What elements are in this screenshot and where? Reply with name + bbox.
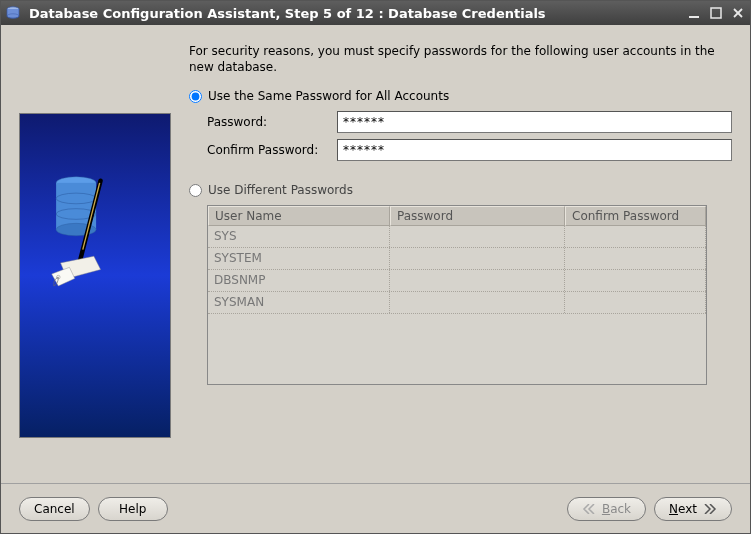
- cancel-button[interactable]: Cancel: [19, 497, 90, 521]
- cell-user: SYSMAN: [208, 292, 390, 313]
- column-confirm-password: Confirm Password: [565, 206, 706, 226]
- content-area: For security reasons, you must specify p…: [1, 25, 750, 483]
- table-row: DBSNMP: [208, 270, 706, 292]
- cell-password[interactable]: [390, 292, 565, 313]
- svg-rect-2: [689, 16, 699, 18]
- help-button[interactable]: Help: [98, 497, 168, 521]
- radio-same-password[interactable]: Use the Same Password for All Accounts: [189, 89, 732, 103]
- same-password-fields: Password: Confirm Password:: [207, 111, 732, 167]
- radio-different-passwords-input[interactable]: [189, 184, 202, 197]
- main-panel: For security reasons, you must specify p…: [189, 43, 732, 475]
- password-label: Password:: [207, 115, 327, 129]
- table-row: SYS: [208, 226, 706, 248]
- table-row: SYSTEM: [208, 248, 706, 270]
- cell-user: DBSNMP: [208, 270, 390, 291]
- minimize-button[interactable]: [686, 5, 702, 21]
- table-row: SYSMAN: [208, 292, 706, 314]
- window-title: Database Configuration Assistant, Step 5…: [29, 6, 686, 21]
- password-input[interactable]: [337, 111, 732, 133]
- back-button-label: Back: [602, 502, 631, 516]
- svg-rect-3: [711, 8, 721, 18]
- cell-confirm-password[interactable]: [565, 270, 706, 291]
- radio-same-password-input[interactable]: [189, 90, 202, 103]
- window-buttons: [686, 5, 746, 21]
- close-button[interactable]: [730, 5, 746, 21]
- radio-different-passwords-label: Use Different Passwords: [208, 183, 353, 197]
- cell-confirm-password[interactable]: [565, 292, 706, 313]
- confirm-password-row: Confirm Password:: [207, 139, 732, 161]
- cell-user: SYS: [208, 226, 390, 247]
- confirm-password-label: Confirm Password:: [207, 143, 327, 157]
- radio-different-passwords[interactable]: Use Different Passwords: [189, 183, 732, 197]
- cell-password[interactable]: [390, 248, 565, 269]
- wizard-banner-image: [19, 113, 171, 438]
- chevron-left-icon: [582, 504, 596, 514]
- next-button-label: Next: [669, 502, 697, 516]
- footer-bar: Cancel Help Back Next: [1, 483, 750, 533]
- intro-text: For security reasons, you must specify p…: [189, 43, 732, 75]
- column-password: Password: [390, 206, 565, 226]
- cell-confirm-password[interactable]: [565, 248, 706, 269]
- password-row: Password:: [207, 111, 732, 133]
- cell-confirm-password[interactable]: [565, 226, 706, 247]
- cell-password[interactable]: [390, 226, 565, 247]
- accounts-table-body: SYS SYSTEM DBSNMP SY: [208, 226, 706, 384]
- accounts-table: User Name Password Confirm Password SYS …: [207, 205, 707, 385]
- back-button[interactable]: Back: [567, 497, 646, 521]
- confirm-password-input[interactable]: [337, 139, 732, 161]
- titlebar: Database Configuration Assistant, Step 5…: [1, 1, 750, 25]
- window-root: Database Configuration Assistant, Step 5…: [0, 0, 751, 534]
- next-button[interactable]: Next: [654, 497, 732, 521]
- app-icon: [5, 5, 21, 21]
- radio-same-password-label: Use the Same Password for All Accounts: [208, 89, 449, 103]
- cell-password[interactable]: [390, 270, 565, 291]
- accounts-table-header: User Name Password Confirm Password: [208, 206, 706, 226]
- maximize-button[interactable]: [708, 5, 724, 21]
- cell-user: SYSTEM: [208, 248, 390, 269]
- chevron-right-icon: [703, 504, 717, 514]
- column-user-name: User Name: [208, 206, 390, 226]
